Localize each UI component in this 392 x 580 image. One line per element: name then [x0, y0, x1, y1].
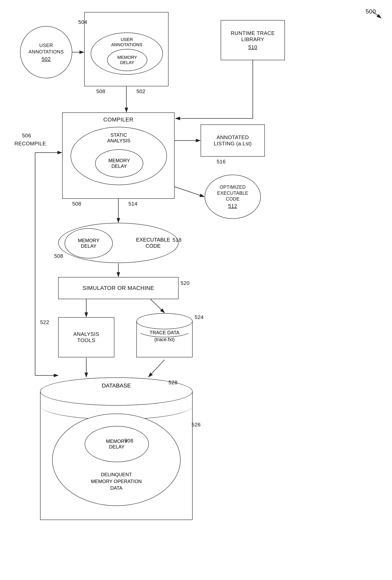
- app-source-ref-504: 504: [78, 19, 87, 25]
- figure-number: 500: [366, 8, 376, 15]
- database-inner-ref-508: 508: [124, 438, 133, 444]
- user-annotations-circle-ref: 502: [28, 56, 64, 62]
- runtime-trace-box: RUNTIME TRACELIBRARY 510: [221, 20, 285, 60]
- trace-data-ref: 524: [195, 314, 204, 320]
- annotated-listing-box: ANNOTATEDLISTING (a.Lst): [201, 125, 265, 156]
- simulator-ref: 520: [181, 280, 190, 286]
- optimized-exec-ref: 512: [217, 203, 248, 209]
- svg-line-15: [148, 360, 165, 377]
- trace-data-cylinder: TRACE DATA(trace.fxt): [136, 313, 193, 359]
- compiler-label: COMPILER: [103, 117, 133, 123]
- analysis-tools-label: ANALYSISTOOLS: [73, 331, 99, 343]
- diagram: 500 USERANNOTATIONS 502 APPLICATIONSOURC…: [0, 0, 392, 580]
- recompile-label: RECOMPILE: [14, 141, 46, 147]
- database-ref-528: 528: [169, 379, 178, 386]
- compiler-box: COMPILER STATICANALYSIS MEMORYDELAY: [62, 112, 175, 199]
- database-cylinder: DATABASE MEMORYDELAY DELINQUENTMEMORY OP…: [40, 377, 193, 526]
- compiler-ref-508: 508: [72, 201, 81, 207]
- annotated-listing-label: ANNOTATEDLISTING (a.Lst): [214, 134, 252, 147]
- simulator-box: SIMULATOR OR MACHINE: [58, 277, 179, 299]
- runtime-trace-ref: 510: [248, 44, 257, 50]
- user-annotations-circle-label: USERANNOTATIONS: [28, 42, 64, 55]
- app-source-ref-502: 502: [136, 88, 145, 95]
- exec-ellipse-ref-508: 508: [54, 253, 63, 259]
- app-source-ref-508: 508: [96, 88, 105, 95]
- svg-line-13: [150, 299, 165, 313]
- exec-ellipse-ref-518: 518: [173, 237, 182, 243]
- analysis-tools-ref: 522: [40, 319, 49, 325]
- runtime-trace-label: RUNTIME TRACELIBRARY: [231, 30, 275, 43]
- optimized-exec-circle: OPTIMIZEDEXECUTABLECODE 512: [205, 175, 261, 219]
- app-source-code-box: APPLICATIONSOURCE CODE USERANNOTATIONS M…: [84, 12, 169, 86]
- recompile-ref: 506: [22, 133, 31, 139]
- optimized-exec-label: OPTIMIZEDEXECUTABLECODE: [217, 184, 248, 202]
- annotated-listing-ref: 516: [217, 159, 226, 165]
- svg-line-9: [175, 187, 204, 197]
- simulator-label: SIMULATOR OR MACHINE: [83, 285, 154, 291]
- database-ref-526: 526: [192, 422, 201, 428]
- user-annotations-circle: USERANNOTATIONS 502: [20, 26, 72, 78]
- analysis-tools-box: ANALYSISTOOLS: [58, 317, 114, 357]
- compiler-ref-514: 514: [128, 201, 137, 207]
- exec-combined-ellipse: MEMORYDELAY EXECUTABLECODE: [58, 223, 179, 263]
